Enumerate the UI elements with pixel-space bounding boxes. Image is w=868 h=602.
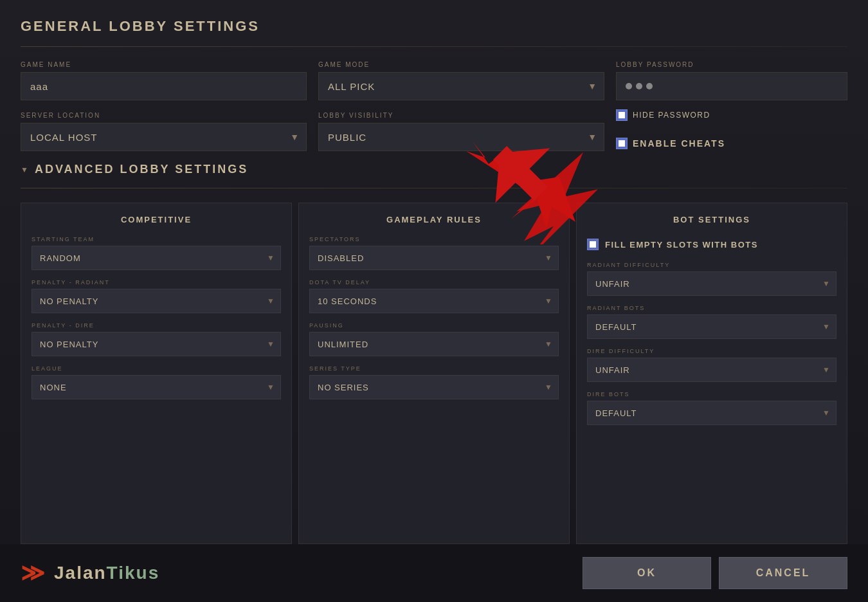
radiant-difficulty-group: RADIANT DIFFICULTY UNFAIR HARD MEDIUM EA… (587, 262, 836, 296)
penalty-dire-select[interactable]: NO PENALTY PENALTY (32, 332, 281, 356)
server-location-label: SERVER LOCATION (21, 112, 307, 119)
dota-tv-delay-group: DOTA TV DELAY 10 SECONDS 2 MINUTES DISAB… (309, 279, 559, 313)
server-location-select[interactable]: LOCAL HOST US EAST US WEST EUROPE (21, 123, 307, 151)
dire-bots-select[interactable]: DEFAULT (587, 401, 836, 425)
enable-cheats-row: ENABLE CHEATS (616, 138, 847, 149)
game-mode-select-wrapper: ALL PICK CAPTAINS MODE RANDOM DRAFT SING… (318, 72, 604, 100)
lobby-visibility-label: LOBBY VISIBILITY (318, 112, 604, 119)
dire-difficulty-select[interactable]: UNFAIR HARD MEDIUM EASY PASSIVE (587, 358, 836, 382)
league-select[interactable]: NONE (32, 375, 281, 399)
league-group: LEAGUE NONE ▼ (32, 365, 281, 399)
password-dot-3 (646, 83, 653, 89)
password-field[interactable] (616, 72, 847, 100)
advanced-title: ADVANCED LOBBY SETTINGS (35, 163, 248, 176)
lobby-visibility-group: LOBBY VISIBILITY PUBLIC FRIENDS PRIVATE … (318, 112, 604, 151)
pausing-label: PAUSING (309, 322, 559, 329)
lobby-visibility-select[interactable]: PUBLIC FRIENDS PRIVATE (318, 123, 604, 151)
dota-tv-delay-select-wrapper: 10 SECONDS 2 MINUTES DISABLED ▼ (309, 289, 559, 313)
password-dot-1 (626, 83, 632, 89)
radiant-bots-group: RADIANT BOTS DEFAULT ▼ (587, 305, 836, 339)
game-mode-label: GAME MODE (318, 61, 604, 68)
dire-difficulty-label: DIRE DIFFICULTY (587, 348, 836, 354)
lobby-visibility-select-wrapper: PUBLIC FRIENDS PRIVATE ▼ (318, 123, 604, 151)
starting-team-label: STARTING TEAM (32, 236, 281, 242)
fill-bots-checkbox[interactable] (587, 239, 599, 250)
server-location-select-wrapper: LOCAL HOST US EAST US WEST EUROPE ▼ (21, 123, 307, 151)
penalty-radiant-select[interactable]: NO PENALTY PENALTY (32, 289, 281, 313)
logo-text: JalanTikus (54, 563, 159, 583)
penalty-radiant-group: PENALTY - RADIANT NO PENALTY PENALTY ▼ (32, 279, 281, 313)
starting-team-select-wrapper: RANDOM RADIANT DIRE ▼ (32, 246, 281, 270)
game-name-input[interactable] (21, 72, 307, 100)
league-select-wrapper: NONE ▼ (32, 375, 281, 399)
dire-difficulty-select-wrapper: UNFAIR HARD MEDIUM EASY PASSIVE ▼ (587, 358, 836, 382)
pausing-group: PAUSING UNLIMITED LIMITED DISABLED ▼ (309, 322, 559, 356)
gameplay-rules-title: GAMEPLAY RULES (309, 215, 559, 224)
dota-tv-delay-select[interactable]: 10 SECONDS 2 MINUTES DISABLED (309, 289, 559, 313)
advanced-divider (21, 188, 847, 188)
radiant-difficulty-select-wrapper: UNFAIR HARD MEDIUM EASY PASSIVE ▼ (587, 271, 836, 296)
row-server-visibility: SERVER LOCATION LOCAL HOST US EAST US WE… (21, 112, 604, 151)
dire-bots-label: DIRE BOTS (587, 391, 836, 397)
top-section: GAME NAME GAME MODE ALL PICK CAPTAINS MO… (21, 61, 847, 151)
lobby-password-label: LOBBY PASSWORD (616, 61, 847, 68)
top-divider (21, 46, 847, 47)
hide-password-checkbox[interactable] (616, 109, 628, 121)
fill-bots-row: FILL EMPTY SLOTS WITH BOTS (587, 236, 836, 253)
series-type-label: SERIES TYPE (309, 365, 559, 372)
game-name-group: GAME NAME (21, 61, 307, 100)
ok-button[interactable]: OK (583, 557, 711, 589)
radiant-difficulty-label: RADIANT DIFFICULTY (587, 262, 836, 268)
footer: ≫ JalanTikus OK CANCEL (0, 544, 868, 602)
pausing-select-wrapper: UNLIMITED LIMITED DISABLED ▼ (309, 332, 559, 356)
footer-buttons: OK CANCEL (583, 557, 847, 589)
series-type-group: SERIES TYPE NO SERIES BEST OF 2 BEST OF … (309, 365, 559, 399)
bot-settings-panel: BOT SETTINGS FILL EMPTY SLOTS WITH BOTS … (576, 203, 847, 544)
pausing-select[interactable]: UNLIMITED LIMITED DISABLED (309, 332, 559, 356)
password-dot-2 (636, 83, 642, 89)
enable-cheats-label: ENABLE CHEATS (633, 138, 725, 149)
server-location-group: SERVER LOCATION LOCAL HOST US EAST US WE… (21, 112, 307, 151)
penalty-dire-select-wrapper: NO PENALTY PENALTY ▼ (32, 332, 281, 356)
page-title: GENERAL LOBBY SETTINGS (21, 18, 847, 35)
main-container: GENERAL LOBBY SETTINGS GAME NAME GAME MO… (0, 0, 868, 602)
spectators-label: SPECTATORS (309, 236, 559, 242)
series-type-select-wrapper: NO SERIES BEST OF 2 BEST OF 3 ▼ (309, 375, 559, 399)
top-left-section: GAME NAME GAME MODE ALL PICK CAPTAINS MO… (21, 61, 604, 151)
dota-tv-delay-label: DOTA TV DELAY (309, 279, 559, 286)
game-mode-select[interactable]: ALL PICK CAPTAINS MODE RANDOM DRAFT SING… (318, 72, 604, 100)
logo-area: ≫ JalanTikus (21, 560, 159, 587)
gameplay-rules-panel: GAMEPLAY RULES SPECTATORS DISABLED ENABL… (298, 203, 570, 544)
radiant-bots-label: RADIANT BOTS (587, 305, 836, 311)
radiant-bots-select-wrapper: DEFAULT ▼ (587, 315, 836, 339)
game-mode-group: GAME MODE ALL PICK CAPTAINS MODE RANDOM … (318, 61, 604, 100)
logo-icon: ≫ (21, 560, 45, 587)
starting-team-group: STARTING TEAM RANDOM RADIANT DIRE ▼ (32, 236, 281, 270)
fill-bots-label: FILL EMPTY SLOTS WITH BOTS (605, 240, 758, 250)
starting-team-select[interactable]: RANDOM RADIANT DIRE (32, 246, 281, 270)
hide-password-label: Hide Password (633, 111, 710, 120)
advanced-header: ▼ ADVANCED LOBBY SETTINGS (21, 163, 847, 176)
spectators-group: SPECTATORS DISABLED ENABLED BROADCAST ON… (309, 236, 559, 270)
series-type-select[interactable]: NO SERIES BEST OF 2 BEST OF 3 (309, 375, 559, 399)
penalty-dire-group: PENALTY - DIRE NO PENALTY PENALTY ▼ (32, 322, 281, 356)
penalty-radiant-label: PENALTY - RADIANT (32, 279, 281, 286)
dire-bots-group: DIRE BOTS DEFAULT ▼ (587, 391, 836, 425)
cancel-button[interactable]: CANCEL (719, 557, 847, 589)
enable-cheats-checkbox[interactable] (616, 138, 628, 149)
competitive-panel: COMPETITIVE STARTING TEAM RANDOM RADIANT… (21, 203, 292, 544)
top-right-section: LOBBY PASSWORD Hide Password ENABLE CHEA… (616, 61, 847, 149)
dire-difficulty-group: DIRE DIFFICULTY UNFAIR HARD MEDIUM EASY … (587, 348, 836, 382)
radiant-bots-select[interactable]: DEFAULT (587, 315, 836, 339)
league-label: LEAGUE (32, 365, 281, 372)
row-game-name-mode: GAME NAME GAME MODE ALL PICK CAPTAINS MO… (21, 61, 604, 100)
spectators-select[interactable]: DISABLED ENABLED BROADCAST ONLY (309, 246, 559, 270)
bot-settings-title: BOT SETTINGS (587, 215, 836, 224)
collapse-icon[interactable]: ▼ (21, 165, 28, 174)
penalty-dire-label: PENALTY - DIRE (32, 322, 281, 329)
dire-bots-select-wrapper: DEFAULT ▼ (587, 401, 836, 425)
competitive-title: COMPETITIVE (32, 215, 281, 224)
hide-password-row: Hide Password (616, 109, 847, 121)
spectators-select-wrapper: DISABLED ENABLED BROADCAST ONLY ▼ (309, 246, 559, 270)
radiant-difficulty-select[interactable]: UNFAIR HARD MEDIUM EASY PASSIVE (587, 271, 836, 296)
